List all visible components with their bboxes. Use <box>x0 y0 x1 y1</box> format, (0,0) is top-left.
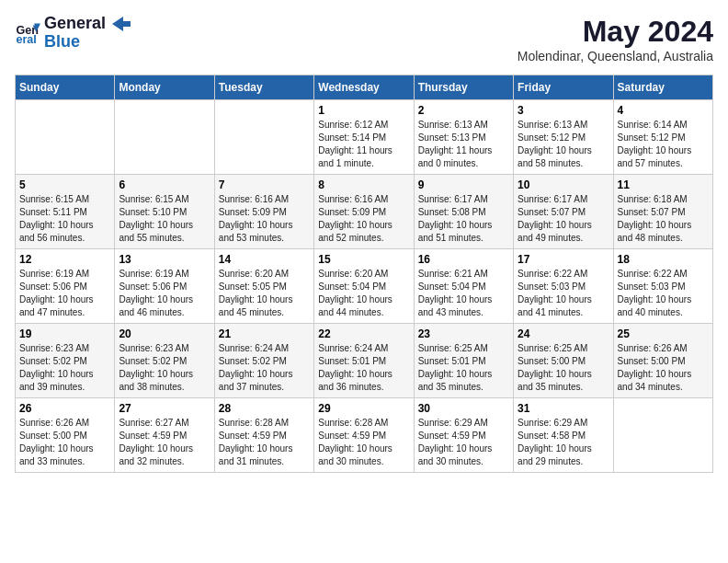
day-info: Sunrise: 6:20 AM Sunset: 5:05 PM Dayligh… <box>219 268 310 319</box>
sunrise-text: Sunrise: 6:20 AM <box>219 269 289 279</box>
weekday-header-friday: Friday <box>514 75 613 100</box>
day-number: 1 <box>318 104 409 117</box>
calendar-cell: 12 Sunrise: 6:19 AM Sunset: 5:06 PM Dayl… <box>16 249 115 324</box>
daylight-text: Daylight: 10 hours and 34 minutes. <box>618 369 692 392</box>
calendar-cell: 21 Sunrise: 6:24 AM Sunset: 5:02 PM Dayl… <box>214 324 313 398</box>
calendar-cell: 11 Sunrise: 6:18 AM Sunset: 5:07 PM Dayl… <box>613 175 712 249</box>
daylight-text: Daylight: 10 hours and 44 minutes. <box>318 294 392 317</box>
calendar-cell: 19 Sunrise: 6:23 AM Sunset: 5:02 PM Dayl… <box>16 324 115 398</box>
calendar-cell: 4 Sunrise: 6:14 AM Sunset: 5:12 PM Dayli… <box>613 100 712 175</box>
day-number: 8 <box>318 178 409 191</box>
day-info: Sunrise: 6:18 AM Sunset: 5:07 PM Dayligh… <box>618 193 709 245</box>
sunset-text: Sunset: 5:10 PM <box>119 207 187 217</box>
day-number: 5 <box>19 178 110 191</box>
sunrise-text: Sunrise: 6:16 AM <box>318 194 388 204</box>
sunset-text: Sunset: 5:08 PM <box>418 207 486 217</box>
calendar-cell: 1 Sunrise: 6:12 AM Sunset: 5:14 PM Dayli… <box>314 100 414 175</box>
calendar-week-2: 5 Sunrise: 6:15 AM Sunset: 5:11 PM Dayli… <box>16 175 713 249</box>
day-info: Sunrise: 6:15 AM Sunset: 5:11 PM Dayligh… <box>19 193 110 245</box>
sunset-text: Sunset: 5:14 PM <box>318 132 386 143</box>
daylight-text: Daylight: 10 hours and 29 minutes. <box>518 443 592 466</box>
calendar-cell: 9 Sunrise: 6:17 AM Sunset: 5:08 PM Dayli… <box>414 175 513 249</box>
sunset-text: Sunset: 4:59 PM <box>119 431 187 441</box>
sunrise-text: Sunrise: 6:14 AM <box>618 120 688 130</box>
day-info: Sunrise: 6:29 AM Sunset: 4:59 PM Dayligh… <box>418 417 509 468</box>
calendar-week-4: 19 Sunrise: 6:23 AM Sunset: 5:02 PM Dayl… <box>16 324 713 398</box>
calendar-cell: 24 Sunrise: 6:25 AM Sunset: 5:00 PM Dayl… <box>514 324 613 398</box>
daylight-text: Daylight: 10 hours and 32 minutes. <box>119 443 193 466</box>
daylight-text: Daylight: 11 hours and 0 minutes. <box>418 145 493 168</box>
sunset-text: Sunset: 5:00 PM <box>618 356 686 366</box>
calendar-cell: 22 Sunrise: 6:24 AM Sunset: 5:01 PM Dayl… <box>314 324 414 398</box>
sunrise-text: Sunrise: 6:25 AM <box>518 343 587 353</box>
day-info: Sunrise: 6:25 AM Sunset: 5:01 PM Dayligh… <box>418 342 509 394</box>
calendar-cell: 7 Sunrise: 6:16 AM Sunset: 5:09 PM Dayli… <box>214 175 313 249</box>
daylight-text: Daylight: 10 hours and 36 minutes. <box>318 369 392 392</box>
day-info: Sunrise: 6:21 AM Sunset: 5:04 PM Dayligh… <box>418 268 509 319</box>
day-info: Sunrise: 6:25 AM Sunset: 5:00 PM Dayligh… <box>518 342 609 394</box>
weekday-header-sunday: Sunday <box>16 75 115 100</box>
sunset-text: Sunset: 5:06 PM <box>19 282 87 292</box>
calendar-cell: 28 Sunrise: 6:28 AM Sunset: 4:59 PM Dayl… <box>214 398 313 473</box>
daylight-text: Daylight: 10 hours and 49 minutes. <box>518 220 592 243</box>
day-number: 19 <box>19 327 110 340</box>
day-number: 16 <box>418 253 509 266</box>
daylight-text: Daylight: 10 hours and 35 minutes. <box>418 369 493 392</box>
day-info: Sunrise: 6:20 AM Sunset: 5:04 PM Dayligh… <box>318 268 409 319</box>
sunset-text: Sunset: 5:00 PM <box>19 431 87 441</box>
sunset-text: Sunset: 5:09 PM <box>318 207 386 217</box>
logo-general-text: General <box>44 15 131 33</box>
daylight-text: Daylight: 10 hours and 51 minutes. <box>418 220 493 243</box>
sunset-text: Sunset: 5:02 PM <box>19 356 87 366</box>
daylight-text: Daylight: 10 hours and 55 minutes. <box>119 220 193 243</box>
daylight-text: Daylight: 10 hours and 31 minutes. <box>219 443 293 466</box>
day-number: 30 <box>418 402 509 415</box>
calendar-cell: 29 Sunrise: 6:28 AM Sunset: 4:59 PM Dayl… <box>314 398 414 473</box>
day-number: 25 <box>618 327 709 340</box>
sunset-text: Sunset: 5:12 PM <box>618 132 686 143</box>
day-number: 24 <box>518 327 609 340</box>
calendar-cell: 17 Sunrise: 6:22 AM Sunset: 5:03 PM Dayl… <box>514 249 613 324</box>
sunset-text: Sunset: 5:12 PM <box>518 132 586 143</box>
day-number: 10 <box>518 178 609 191</box>
calendar-cell: 6 Sunrise: 6:15 AM Sunset: 5:10 PM Dayli… <box>115 175 214 249</box>
day-info: Sunrise: 6:22 AM Sunset: 5:03 PM Dayligh… <box>618 268 709 319</box>
sunset-text: Sunset: 5:09 PM <box>219 207 287 217</box>
calendar-cell: 18 Sunrise: 6:22 AM Sunset: 5:03 PM Dayl… <box>613 249 712 324</box>
sunset-text: Sunset: 5:03 PM <box>518 282 586 292</box>
calendar-cell <box>16 100 115 175</box>
sunrise-text: Sunrise: 6:15 AM <box>119 194 188 204</box>
calendar-cell: 25 Sunrise: 6:26 AM Sunset: 5:00 PM Dayl… <box>613 324 712 398</box>
day-number: 27 <box>119 402 210 415</box>
calendar-week-1: 1 Sunrise: 6:12 AM Sunset: 5:14 PM Dayli… <box>16 100 713 175</box>
day-number: 21 <box>219 327 310 340</box>
sunrise-text: Sunrise: 6:23 AM <box>19 343 89 353</box>
day-number: 17 <box>518 253 609 266</box>
sunrise-text: Sunrise: 6:24 AM <box>219 343 289 353</box>
calendar-cell: 15 Sunrise: 6:20 AM Sunset: 5:04 PM Dayl… <box>314 249 414 324</box>
day-info: Sunrise: 6:13 AM Sunset: 5:12 PM Dayligh… <box>518 119 609 170</box>
calendar-cell: 14 Sunrise: 6:20 AM Sunset: 5:05 PM Dayl… <box>214 249 313 324</box>
day-info: Sunrise: 6:24 AM Sunset: 5:01 PM Dayligh… <box>318 342 409 394</box>
daylight-text: Daylight: 10 hours and 40 minutes. <box>618 294 692 317</box>
sunset-text: Sunset: 5:07 PM <box>618 207 686 217</box>
sunrise-text: Sunrise: 6:19 AM <box>119 269 188 279</box>
daylight-text: Daylight: 10 hours and 43 minutes. <box>418 294 493 317</box>
page-header: Gen eral General Blue May 2024 Molendina… <box>15 15 713 63</box>
location-subtitle: Molendinar, Queensland, Australia <box>518 49 713 63</box>
sunrise-text: Sunrise: 6:17 AM <box>518 194 587 204</box>
day-info: Sunrise: 6:16 AM Sunset: 5:09 PM Dayligh… <box>219 193 310 245</box>
weekday-header-row: SundayMondayTuesdayWednesdayThursdayFrid… <box>16 75 713 100</box>
sunrise-text: Sunrise: 6:17 AM <box>418 194 488 204</box>
sunrise-text: Sunrise: 6:29 AM <box>518 418 587 428</box>
sunrise-text: Sunrise: 6:29 AM <box>418 418 488 428</box>
day-number: 3 <box>518 104 609 117</box>
sunrise-text: Sunrise: 6:15 AM <box>19 194 89 204</box>
calendar-cell: 27 Sunrise: 6:27 AM Sunset: 4:59 PM Dayl… <box>115 398 214 473</box>
sunset-text: Sunset: 5:13 PM <box>418 132 486 143</box>
day-info: Sunrise: 6:16 AM Sunset: 5:09 PM Dayligh… <box>318 193 409 245</box>
day-number: 11 <box>618 178 709 191</box>
sunrise-text: Sunrise: 6:19 AM <box>19 269 89 279</box>
calendar-cell: 26 Sunrise: 6:26 AM Sunset: 5:00 PM Dayl… <box>16 398 115 473</box>
day-number: 2 <box>418 104 509 117</box>
